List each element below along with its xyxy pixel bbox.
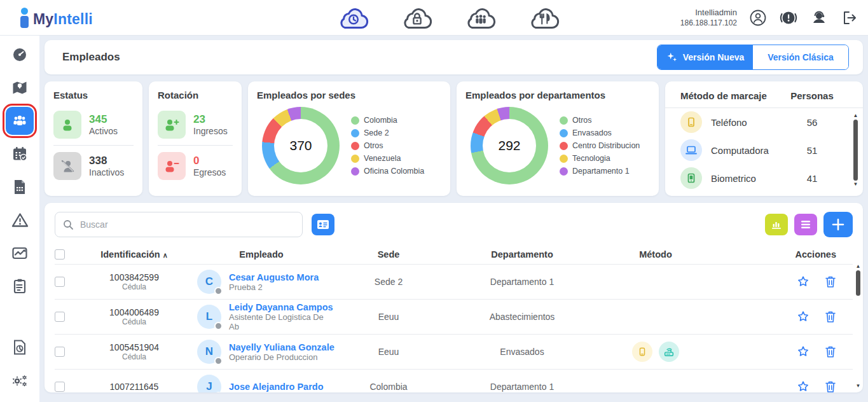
employee-id: 1004006489 xyxy=(80,307,188,317)
sedes-card: Empleados por sedes 370 Colombia Sede 2 … xyxy=(248,81,450,196)
person-minus-icon xyxy=(158,152,186,180)
user-ip: 186.188.117.102 xyxy=(680,18,737,28)
trash-icon[interactable] xyxy=(825,310,836,323)
employee-name-link[interactable]: Nayelly Yuliana Gonzale xyxy=(229,342,334,352)
marcaje-label: Biometrico xyxy=(711,173,756,184)
table-scrollbar[interactable]: ▲ ▼ xyxy=(855,264,862,389)
trash-icon[interactable] xyxy=(825,380,836,392)
alerts-icon[interactable] xyxy=(779,8,798,27)
legend-label: Sede 2 xyxy=(364,128,389,137)
employee-name-link[interactable]: Cesar Augusto Mora xyxy=(229,272,319,282)
legend-dot xyxy=(560,167,568,176)
marcaje-value: 41 xyxy=(774,173,850,184)
active-person-icon xyxy=(53,111,81,139)
header-departamento[interactable]: Departamento xyxy=(443,249,602,260)
employee-role: Prueba 2 xyxy=(229,282,319,292)
logout-icon[interactable] xyxy=(840,8,859,27)
sidebar-item-alerts[interactable] xyxy=(6,206,34,234)
cloud-time-icon[interactable] xyxy=(337,5,370,31)
activos-value: 345 xyxy=(89,113,118,126)
legend-label: Otros xyxy=(572,116,592,125)
sedes-total: 370 xyxy=(289,138,312,153)
row-checkbox[interactable] xyxy=(55,312,65,322)
marcaje-scrollbar[interactable]: ▲ ▼ xyxy=(852,113,859,191)
app-logo[interactable]: MyIntelli xyxy=(19,8,93,28)
phone-method-icon xyxy=(632,342,652,362)
row-checkbox[interactable] xyxy=(55,347,65,357)
legend-dot xyxy=(351,142,359,150)
legend-label: Colombia xyxy=(364,116,397,125)
logo-text-intelli: Intelli xyxy=(53,11,92,27)
sidebar xyxy=(0,36,39,402)
legend-dot xyxy=(560,129,568,137)
version-clasica-button[interactable]: Versión Clásica xyxy=(753,45,848,69)
legend-dot xyxy=(560,142,568,150)
person-plus-icon xyxy=(158,111,186,139)
star-icon[interactable] xyxy=(797,275,809,288)
sidebar-item-report-file[interactable] xyxy=(6,173,34,201)
marcaje-row-biometrico: Biometrico 41 xyxy=(665,164,863,192)
search-input[interactable] xyxy=(80,219,294,230)
support-agent-icon[interactable] xyxy=(809,8,829,27)
activos-label: Activos xyxy=(89,126,118,136)
sidebar-item-pie-report[interactable] xyxy=(6,333,34,361)
page-header-card: Empleados Versión Nueva Versión Clásica xyxy=(45,40,863,74)
egresos-label: Egresos xyxy=(193,167,226,177)
table-row[interactable]: 1005451904 Cédula N Nayelly Yuliana Gonz… xyxy=(55,334,853,369)
marcaje-title: Método de marcaje xyxy=(680,90,774,101)
select-all-checkbox[interactable] xyxy=(55,249,65,260)
search-box[interactable] xyxy=(55,212,303,237)
table-row[interactable]: 1007211645 J Jose Alejandro Pardo Colomb… xyxy=(55,369,853,392)
legend-label: Centro Distribucion xyxy=(572,141,640,150)
id-type: Cédula xyxy=(80,352,188,361)
id-card-button[interactable] xyxy=(312,214,334,235)
legend-dot xyxy=(560,116,568,125)
legend-dot xyxy=(560,155,568,163)
egresos-value: 0 xyxy=(193,155,226,167)
add-employee-button[interactable] xyxy=(823,212,853,237)
legend-label: Oficina Colombia xyxy=(364,167,424,176)
header-metodo[interactable]: Método xyxy=(602,249,710,260)
cloud-dining-icon[interactable] xyxy=(528,5,561,31)
trash-icon[interactable] xyxy=(825,275,836,288)
sidebar-item-employees[interactable] xyxy=(6,107,34,135)
version-nueva-button[interactable]: Versión Nueva xyxy=(658,45,753,69)
list-view-button[interactable] xyxy=(794,214,817,235)
sidebar-item-schedule[interactable] xyxy=(6,140,34,168)
user-name: Intelliadmin xyxy=(680,8,737,18)
star-icon[interactable] xyxy=(797,380,809,392)
table-row[interactable]: 1003842599 Cédula C Cesar Augusto Mora P… xyxy=(55,264,853,299)
employee-name-link[interactable]: Leidy Dayanna Campos xyxy=(229,302,334,312)
legend-label: Venezuela xyxy=(364,154,401,163)
cloud-people-icon[interactable] xyxy=(464,5,497,31)
sidebar-item-map[interactable] xyxy=(6,74,34,102)
legend-dot xyxy=(351,155,359,163)
profile-avatar-icon[interactable] xyxy=(748,8,768,27)
marcaje-label: Computadora xyxy=(711,145,769,156)
header-acciones: Acciones xyxy=(710,249,853,260)
sidebar-item-settings[interactable] xyxy=(6,366,34,394)
header-identificacion[interactable]: Identificación∧ xyxy=(80,249,188,260)
row-checkbox[interactable] xyxy=(55,277,65,287)
departamentos-total: 292 xyxy=(498,138,520,153)
star-icon[interactable] xyxy=(797,345,809,358)
star-icon[interactable] xyxy=(797,310,809,323)
sidebar-item-tasks[interactable] xyxy=(6,272,34,300)
header-sede[interactable]: Sede xyxy=(334,249,443,260)
table-row[interactable]: 1004006489 Cédula L Leidy Dayanna Campos… xyxy=(55,299,853,334)
chart-view-button[interactable] xyxy=(765,214,788,235)
trash-icon[interactable] xyxy=(825,345,836,358)
id-type: Cédula xyxy=(80,317,188,326)
row-checkbox[interactable] xyxy=(55,382,65,392)
marcaje-row-telefono: Teléfono 56 xyxy=(665,108,863,136)
header-empleado[interactable]: Empleado xyxy=(188,249,334,260)
legend-dot xyxy=(351,116,359,125)
biometric-device-icon xyxy=(680,167,702,189)
sidebar-item-trends[interactable] xyxy=(6,239,34,267)
avatar: N xyxy=(197,340,221,364)
rotacion-title: Rotación xyxy=(158,90,233,100)
employee-name-link[interactable]: Jose Alejandro Pardo xyxy=(229,382,324,392)
id-type: Cédula xyxy=(80,282,188,291)
cloud-lock-icon[interactable] xyxy=(401,5,434,31)
sidebar-item-dashboard[interactable] xyxy=(6,41,34,69)
